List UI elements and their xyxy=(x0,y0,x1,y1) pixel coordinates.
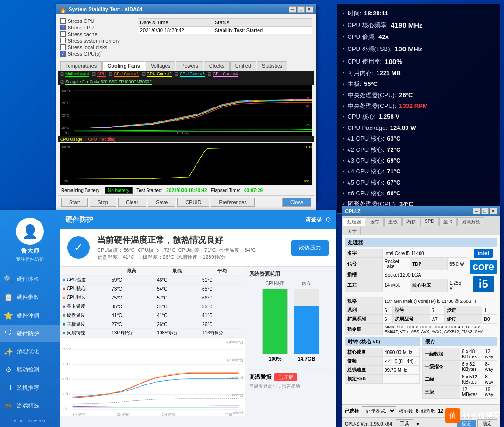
stress-disks-row[interactable]: Stress local disks xyxy=(60,44,136,50)
ludashi-sidebar: 👤 鲁大师 专注硬件防护 🔍 硬件体检 📋 硬件参数 ⭐ 硬件评测 🛡 硬件防护… xyxy=(0,210,60,427)
alert-section: 高温警报 已开启 当温度过高时，报告提醒 xyxy=(249,369,332,390)
core4-row: ▪ #4 CPU 核心: 71°C xyxy=(343,166,494,177)
hardware-params-label: 硬件参数 xyxy=(17,293,39,301)
close-button[interactable]: ✕ xyxy=(306,6,313,13)
status-bar: Remaining Battery: No battery Test Start… xyxy=(58,185,314,195)
clocks-section: 时钟 (核心 #0) 核心速度 4090.00 MHz 倍频 x 41.0 (8… xyxy=(345,337,420,401)
fsb-row: 额定FSB xyxy=(345,375,420,384)
stress-fpu-checkbox[interactable] xyxy=(60,25,66,30)
tab-voltages[interactable]: Voltages xyxy=(146,61,175,71)
cpu-usage-dot: ▪ xyxy=(343,57,345,65)
mem-value: 1221 MB xyxy=(376,68,401,78)
sidebar-item-hardware-eval[interactable]: ⭐ 硬件评测 xyxy=(0,306,60,325)
bus-row: 总线速度 99.76 MHz xyxy=(345,366,420,375)
dropdown-arrow[interactable]: ▼ xyxy=(415,421,420,427)
stop-button[interactable]: Stop xyxy=(90,198,116,207)
elapsed-value: 00:07:29 xyxy=(244,188,263,193)
stress-cpu-row[interactable]: Stress CPU xyxy=(60,18,136,24)
cpu-rpm-row: ▪ 中央处理器(CPU): 1332 RPM xyxy=(343,100,494,111)
cpuz-minimize[interactable]: ─ xyxy=(473,208,480,214)
games-label: 游戏精选 xyxy=(17,402,39,410)
preferences-button[interactable]: Preferences xyxy=(211,198,254,207)
build-icon: 🖥 xyxy=(4,384,13,392)
cpuz-tab-bench[interactable]: 测试分数 xyxy=(457,217,484,226)
save-button[interactable]: Save xyxy=(148,198,175,207)
clocks-table: 核心速度 4090.00 MHz 倍频 x 41.0 (8 - 44) 总线速度… xyxy=(345,348,420,384)
tab-powers[interactable]: Powers xyxy=(176,61,203,71)
stress-cache-row[interactable]: Stress cache xyxy=(60,31,136,37)
core3-value: 69°C xyxy=(387,155,400,166)
cpu-temp-label: 中央处理器(CPU): xyxy=(348,90,397,100)
core2-value: 72°C xyxy=(387,144,400,155)
stress-gpu-row[interactable]: Stress GPU(s) xyxy=(60,51,136,57)
minimize-button[interactable]: ─ xyxy=(289,6,296,13)
status-icon: ✓ xyxy=(67,236,90,259)
clear-button[interactable]: Clear xyxy=(118,198,146,207)
tab-cooling-fans[interactable]: Cooling Fans xyxy=(102,61,145,71)
aida64-buttons: Start Stop Clear Save CPUID Preferences … xyxy=(58,195,314,209)
core5-row: ▪ #5 CPU 核心: 67°C xyxy=(343,177,494,188)
cpuz-tab-graphics[interactable]: 显卡 xyxy=(439,217,457,226)
isa-label: 指令集 xyxy=(345,324,383,335)
cpuz-close[interactable]: ✕ xyxy=(490,208,497,214)
cpu-pkg-label: CPU Package: xyxy=(348,122,387,133)
processor-selector[interactable]: 处理器 #1 xyxy=(362,406,396,415)
svg-text:60°C: 60°C xyxy=(62,377,70,381)
tab-statistics[interactable]: Statistics xyxy=(257,61,287,71)
l1d-size: 6 x 48 KBytes xyxy=(460,348,483,361)
isa-value: MMX, SSE, SSE2, SSE3, SSSE3, SSE4.1, SSE… xyxy=(383,324,497,335)
tool-button[interactable]: 工具 xyxy=(396,419,413,427)
cpuz-tabs: 处理器 缓存 主板 内存 SPD 显卡 测试分数 关于 xyxy=(342,216,500,235)
start-button[interactable]: Start xyxy=(61,198,88,207)
stress-gpu-label: Stress GPU(s) xyxy=(68,51,101,57)
cpu-temp-dot: ▪ xyxy=(343,91,345,99)
sidebar-item-hardware-params[interactable]: 📋 硬件参数 xyxy=(0,288,60,306)
sidebar-item-hardware-protect[interactable]: 🛡 硬件防护 xyxy=(0,325,60,342)
stress-gpu-checkbox[interactable] xyxy=(60,51,66,57)
cpuz-maximize[interactable]: □ xyxy=(481,208,489,214)
cpuz-tab-about[interactable]: 关于 xyxy=(343,227,361,235)
cpuz-title: CPU-Z xyxy=(345,208,361,214)
core4-value: 71°C xyxy=(387,166,400,177)
core-count-value: 6 xyxy=(416,408,419,413)
heat-pressure-button[interactable]: 散热压力 xyxy=(291,240,329,256)
l1i-size: 6 x 32 KBytes xyxy=(460,361,483,373)
tab-temperatures[interactable]: Temperatures xyxy=(60,61,102,71)
sidebar-item-driver[interactable]: ⚙ 驱动检测 xyxy=(0,361,60,379)
cpuz-tab-spd[interactable]: SPD xyxy=(420,217,439,226)
stepping-value: 1 xyxy=(482,306,497,315)
svg-text:18:20:42: 18:20:42 xyxy=(175,131,189,135)
stress-cache-checkbox[interactable] xyxy=(60,31,66,37)
cpuz-tab-memory[interactable]: 内存 xyxy=(402,217,420,226)
sidebar-item-games[interactable]: 🎮 游戏精选 xyxy=(0,397,60,415)
tdp-label: TDP xyxy=(410,258,448,270)
stress-memory-checkbox[interactable] xyxy=(60,38,66,43)
close-button[interactable]: Close xyxy=(282,198,311,207)
cpuz-tab-processor[interactable]: 处理器 xyxy=(343,217,365,226)
fan-y-axis: 4,400转/分 3,300转/分 2,200转/分 1,100转/分 0转/分 xyxy=(226,340,245,415)
stress-fpu-row[interactable]: Stress FPU xyxy=(60,25,136,30)
stress-memory-row[interactable]: Stress system memory xyxy=(60,38,136,43)
login-link[interactable]: 请登录 xyxy=(305,216,322,224)
status-detail: CPU温度：56°C CPU核心：72°C CPU封装：71°C 显卡温度：34… xyxy=(97,247,256,261)
sidebar-item-build[interactable]: 🖥 装机推荐 xyxy=(0,379,60,397)
cpuz-body: 处理器 名字 Intel Core i5 11400 代号 Rocket Lak… xyxy=(342,235,500,404)
tab-clocks[interactable]: Clocks xyxy=(204,61,230,71)
sidebar-item-hardware-check[interactable]: 🔍 硬件体检 xyxy=(0,270,60,288)
stress-disks-checkbox[interactable] xyxy=(60,44,66,50)
stress-cpu-checkbox[interactable] xyxy=(60,18,66,24)
cpuz-tab-mainboard[interactable]: 主板 xyxy=(384,217,402,226)
core6-value: 66°C xyxy=(387,188,400,199)
mobo-temp-label: 主板: xyxy=(348,78,362,89)
tab-unified[interactable]: Unified xyxy=(230,61,256,71)
cpuz-controls: ─ □ ✕ xyxy=(473,208,497,214)
cpu-name-row: 名字 Intel Core i5 11400 xyxy=(345,249,467,258)
ludashi-main: 硬件防护 请登录 ⬡ ✓ 当前硬件温度正常，散热情况良好 CPU温度：56°C … xyxy=(60,210,336,427)
maximize-button[interactable]: □ xyxy=(297,6,305,13)
cpuid-button[interactable]: CPUID xyxy=(177,198,209,207)
core3-dot: ▪ xyxy=(343,157,345,165)
sidebar-item-clean[interactable]: ✨ 清理优化 xyxy=(0,342,60,361)
l1i-way: 8-way xyxy=(483,361,497,373)
cpuz-tab-cache[interactable]: 缓存 xyxy=(366,217,384,226)
cpu-volt-dot: ▪ xyxy=(343,113,345,121)
